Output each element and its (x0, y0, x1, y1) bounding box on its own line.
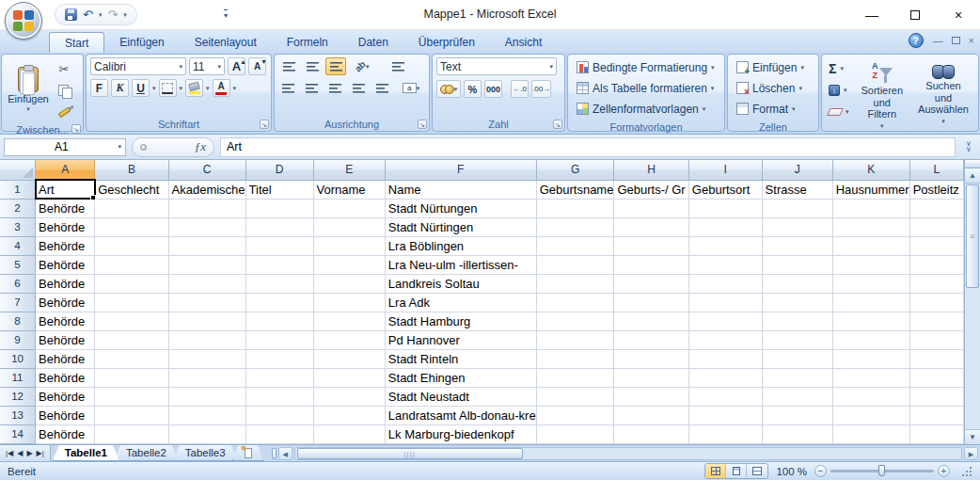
cell-C4[interactable] (168, 236, 245, 255)
cell-D12[interactable] (245, 387, 313, 406)
cell-B1[interactable]: Geschlecht (95, 180, 168, 199)
decrease-indent-button[interactable] (349, 79, 370, 97)
cell-L10[interactable] (909, 349, 963, 368)
align-top-button[interactable] (278, 57, 299, 75)
cell-I9[interactable] (688, 330, 762, 349)
cell-I10[interactable] (688, 349, 762, 368)
cell-H12[interactable] (614, 387, 688, 406)
scroll-left-icon[interactable]: ◀ (278, 447, 292, 460)
cell-E13[interactable] (313, 406, 385, 424)
column-header-H[interactable]: H (614, 160, 688, 180)
cell-A13[interactable]: Behörde (36, 406, 95, 424)
cell-C2[interactable] (168, 199, 245, 217)
cell-K8[interactable] (832, 312, 909, 330)
scroll-up-icon[interactable]: ▲ (965, 168, 980, 184)
merge-center-button[interactable]: a▾ (397, 79, 425, 97)
row-header-14[interactable]: 14 (0, 424, 36, 443)
row-header-2[interactable]: 2 (0, 199, 36, 217)
format-cells-button[interactable]: Format▾ (732, 99, 814, 119)
office-button[interactable] (5, 2, 42, 40)
cell-E10[interactable] (313, 349, 385, 368)
vertical-scrollbar[interactable]: ▲ ▼ (964, 160, 980, 444)
cell-B5[interactable] (95, 255, 168, 274)
cell-E14[interactable] (313, 424, 385, 443)
vscroll-split-handle[interactable] (965, 160, 980, 168)
cell-I4[interactable] (688, 236, 762, 255)
cell-C7[interactable] (168, 293, 245, 312)
cell-F10[interactable]: Stadt Rinteln (385, 349, 536, 368)
cell-I2[interactable] (688, 199, 762, 217)
cell-J9[interactable] (762, 330, 832, 349)
cell-A7[interactable]: Behörde (36, 293, 95, 312)
cell-J5[interactable] (762, 255, 832, 274)
zoom-thumb[interactable] (878, 465, 885, 476)
cell-J2[interactable] (762, 199, 832, 217)
orientation-button[interactable]: ab▾ (349, 57, 375, 75)
cell-L14[interactable] (909, 424, 963, 443)
cell-G8[interactable] (536, 312, 614, 330)
cell-I12[interactable] (688, 387, 762, 406)
cell-D4[interactable] (245, 236, 313, 255)
row-header-3[interactable]: 3 (0, 217, 36, 236)
cell-C1[interactable]: Akademische (168, 180, 245, 199)
first-sheet-icon[interactable]: |◀ (6, 449, 13, 457)
column-header-D[interactable]: D (245, 160, 313, 180)
row-header-10[interactable]: 10 (0, 349, 36, 368)
cell-K4[interactable] (832, 236, 909, 255)
cell-L2[interactable] (909, 199, 963, 217)
underline-dropdown[interactable]: ▾ (152, 85, 156, 92)
cell-F12[interactable]: Stadt Neustadt (385, 387, 536, 406)
cell-J7[interactable] (762, 293, 832, 312)
row-header-11[interactable]: 11 (0, 368, 36, 387)
cell-B3[interactable] (95, 217, 168, 236)
expand-formula-bar-icon[interactable]: ∨∨ (961, 141, 976, 153)
cell-B2[interactable] (95, 199, 168, 217)
cell-B10[interactable] (95, 349, 168, 368)
cell-F7[interactable]: Lra Adk (385, 293, 536, 312)
cell-D3[interactable] (245, 217, 313, 236)
clear-button[interactable]: ▾ (826, 102, 852, 121)
cell-C12[interactable] (168, 387, 245, 406)
cell-L8[interactable] (909, 312, 963, 330)
cell-L11[interactable] (909, 368, 963, 387)
column-header-K[interactable]: K (832, 160, 909, 180)
row-header-5[interactable]: 5 (0, 255, 36, 274)
align-center-button[interactable] (302, 79, 323, 97)
cell-I1[interactable]: Geburtsort (688, 180, 762, 199)
cell-A12[interactable]: Behörde (36, 387, 95, 406)
cell-J10[interactable] (762, 349, 832, 368)
cell-H2[interactable] (614, 199, 688, 217)
cell-I8[interactable] (688, 312, 762, 330)
maximize-button[interactable] (893, 0, 937, 30)
cell-G2[interactable] (536, 199, 614, 217)
ribbon-tab-formeln[interactable]: Formeln (272, 32, 343, 53)
paste-button[interactable]: Einfügen ▾ (6, 57, 51, 121)
cell-K12[interactable] (832, 387, 909, 406)
cell-A11[interactable]: Behörde (36, 368, 95, 387)
cell-F3[interactable]: Stadt Nürtingen (385, 217, 536, 236)
cell-B7[interactable] (95, 293, 168, 312)
cell-D9[interactable] (245, 330, 313, 349)
hscroll-track[interactable]: |||| (294, 447, 962, 460)
row-header-7[interactable]: 7 (0, 293, 36, 312)
cell-D5[interactable] (245, 255, 313, 274)
cell-C9[interactable] (168, 330, 245, 349)
last-sheet-icon[interactable]: ▶| (37, 449, 44, 457)
cell-B9[interactable] (95, 330, 168, 349)
align-right-button[interactable] (325, 79, 346, 97)
borders-button[interactable] (159, 79, 177, 97)
font-color-button[interactable]: A (213, 79, 230, 97)
fx-icon[interactable]: ƒx (195, 139, 206, 154)
zoom-in-button[interactable]: + (938, 465, 950, 477)
cell-L3[interactable] (909, 217, 963, 236)
workbook-minimize-icon[interactable]: — (933, 36, 943, 46)
cell-L6[interactable] (909, 274, 963, 293)
cell-A4[interactable]: Behörde (36, 236, 95, 255)
align-left-button[interactable] (278, 79, 299, 97)
name-box[interactable]: A1 ▾ (4, 138, 126, 156)
hscroll-thumb[interactable]: |||| (297, 448, 523, 459)
cell-E4[interactable] (313, 236, 385, 255)
alignment-dialog-launcher[interactable]: ↘ (418, 120, 427, 129)
zoom-level[interactable]: 100 % (776, 466, 807, 477)
ribbon-tab-überprüfen[interactable]: Überprüfen (403, 32, 490, 53)
